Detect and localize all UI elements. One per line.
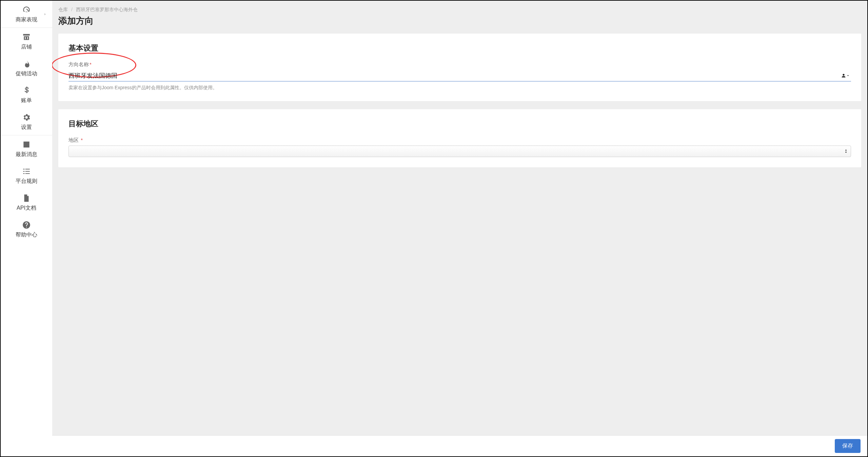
help-icon [22,221,31,229]
news-icon [22,140,31,149]
region-select-wrap [68,146,851,157]
direction-name-input[interactable] [68,70,851,81]
direction-name-help: 卖家在设置参与Joom Express的产品时会用到此属性。仅供内部使用。 [68,85,851,91]
file-icon [22,194,31,203]
sidebar-item-news[interactable]: 最新消息 [1,135,52,162]
required-marker: * [79,137,83,143]
footer-bar: 保存 [52,435,867,456]
sidebar-item-promotions[interactable]: 促销活动 [1,55,52,81]
sidebar-item-label: 账单 [21,97,32,104]
sidebar-item-settings[interactable]: 设置 [1,108,52,135]
sidebar-item-label: 平台规则 [16,178,37,185]
breadcrumb-current: 西班牙巴塞罗那市中心海外仓 [76,7,138,12]
save-button[interactable]: 保存 [835,439,861,453]
sidebar-item-label: API文档 [17,205,36,212]
sidebar-item-merchant-performance[interactable]: 商家表现 [1,1,52,27]
sidebar-item-label: 促销活动 [16,70,37,77]
region-label: 地区 * [68,137,851,144]
dollar-icon [22,86,31,95]
breadcrumb-root[interactable]: 仓库 [58,7,68,12]
flame-icon [22,59,31,68]
sidebar-item-platform-rules[interactable]: 平台规则 [1,162,52,189]
sidebar-item-billing[interactable]: 账单 [1,81,52,108]
card-title-target: 目标地区 [68,119,851,129]
sidebar: 商家表现 店铺 促销活动 账单 [1,1,52,456]
region-label-text: 地区 [68,137,79,143]
direction-name-label-text: 方向名称 [68,61,89,67]
card-target-region: 目标地区 地区 * [58,109,861,167]
main-content: 仓库 / 西班牙巴塞罗那市中心海外仓 添加方向 基本设置 方向名称* [52,1,867,456]
breadcrumb-separator: / [71,7,73,12]
gauge-icon [22,5,31,14]
sidebar-item-store[interactable]: 店铺 [1,28,52,55]
direction-name-input-wrap [68,70,851,81]
direction-name-label: 方向名称* [68,61,851,68]
store-icon [22,33,31,41]
card-basic-settings: 基本设置 方向名称* 卖家在设置参与Joom Express的产品时会用到此属性… [58,34,861,101]
chevron-right-icon [43,12,47,17]
user-dropdown-icon[interactable] [841,73,850,78]
breadcrumb: 仓库 / 西班牙巴塞罗那市中心海外仓 [58,7,861,13]
card-title-basic: 基本设置 [68,43,851,53]
app-root: 商家表现 店铺 促销活动 账单 [0,0,868,457]
sidebar-item-label: 帮助中心 [16,231,37,239]
region-select[interactable] [68,146,851,157]
main-area: 仓库 / 西班牙巴塞罗那市中心海外仓 添加方向 基本设置 方向名称* [52,1,867,456]
page-title: 添加方向 [58,15,861,27]
sidebar-item-label: 设置 [21,124,32,131]
sidebar-item-api-docs[interactable]: API文档 [1,189,52,216]
sidebar-item-label: 商家表现 [16,16,37,23]
sidebar-item-label: 店铺 [21,43,32,51]
gear-icon [22,113,31,122]
checklist-icon [22,167,31,176]
sidebar-item-label: 最新消息 [16,151,37,158]
required-marker: * [90,61,92,67]
sidebar-item-help[interactable]: 帮助中心 [1,216,52,243]
